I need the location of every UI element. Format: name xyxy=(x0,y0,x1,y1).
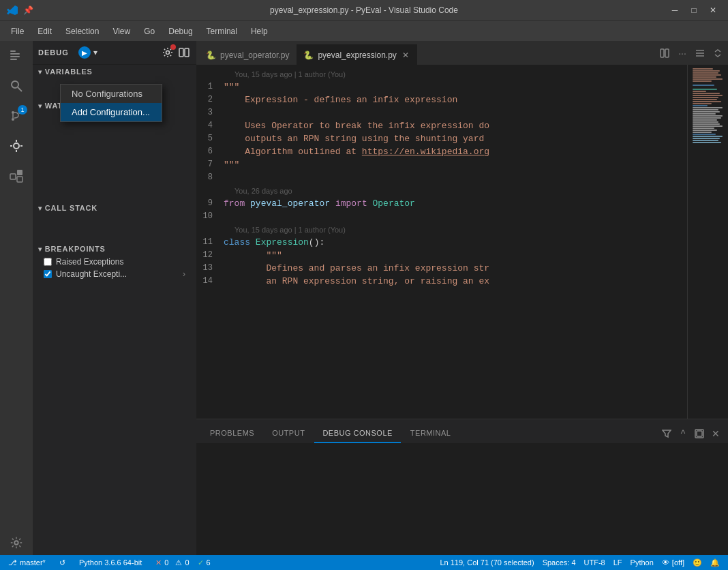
activity-extensions[interactable] xyxy=(7,166,26,185)
panel-tab-debug-console[interactable]: DEBUG CONSOLE xyxy=(314,424,400,443)
minimap xyxy=(687,65,728,419)
code-line-4: 4 Uses Operator to break the infix expre… xyxy=(196,119,687,132)
panel-tab-bar: PROBLEMS OUTPUT DEBUG CONSOLE TERMINAL xyxy=(196,419,728,443)
python-label: Python 3.6.6 64-bit xyxy=(79,558,142,567)
variables-header[interactable]: ▾ VARIABLES xyxy=(33,65,196,78)
language-text: Python xyxy=(631,558,654,567)
collapse-btn[interactable] xyxy=(710,46,725,61)
line-content-4: Uses Operator to break the infix express… xyxy=(224,119,687,132)
dropdown-add-config[interactable]: Add Configuration... xyxy=(61,103,162,121)
tab-operator-icon: 🐍 xyxy=(206,50,216,60)
watch-chevron: ▾ xyxy=(38,102,42,110)
error-icon: ✕ xyxy=(155,558,162,567)
editor-area: 🐍 pyeval_operator.py 🐍 pyeval_expression… xyxy=(196,41,728,555)
breakpoints-header[interactable]: ▾ BREAKPOINTS xyxy=(33,242,196,256)
code-line-3: 3 xyxy=(196,106,687,119)
callstack-header[interactable]: ▾ CALL STACK xyxy=(33,201,196,215)
status-sync[interactable]: ↺ xyxy=(57,555,68,570)
panel-collapse-btn[interactable]: ^ xyxy=(676,427,690,440)
tab-bar-actions: ··· xyxy=(657,46,725,65)
eye-icon: 👁 xyxy=(662,558,669,567)
status-language[interactable]: Python xyxy=(628,558,656,567)
code-line-1: 1 """ xyxy=(196,80,687,93)
status-branch[interactable]: ⎇ master* xyxy=(5,555,48,570)
status-errors[interactable]: ✕ 0 ⚠ 0 ✓ 6 xyxy=(153,555,213,570)
status-position[interactable]: Ln 119, Col 71 (70 selected) xyxy=(437,558,536,567)
split-editor-tab-btn[interactable] xyxy=(657,46,672,61)
menu-file[interactable]: File xyxy=(5,24,29,39)
debug-icons xyxy=(161,46,191,59)
bell-icon: 🔔 xyxy=(710,558,720,567)
status-spaces[interactable]: Spaces: 4 xyxy=(540,558,579,567)
panel-content xyxy=(196,443,728,555)
uncaught-exceptions-checkbox[interactable] xyxy=(44,270,52,278)
variables-label: VARIABLES xyxy=(45,68,93,76)
breakpoints-section: ▾ BREAKPOINTS Raised Exceptions Uncaught… xyxy=(33,242,196,280)
line-num-4: 4 xyxy=(196,119,224,132)
code-editor[interactable]: You, 15 days ago | 1 author (You) 1 """ … xyxy=(196,65,687,419)
panel-tab-terminal[interactable]: TERMINAL xyxy=(402,424,459,443)
gear-button[interactable] xyxy=(161,46,175,59)
raised-exceptions-label: Raised Exceptions xyxy=(56,257,123,267)
dropdown-arrow[interactable]: ▾ xyxy=(93,48,97,57)
menu-view[interactable]: View xyxy=(107,24,136,39)
menu-help[interactable]: Help xyxy=(245,24,273,39)
variables-chevron: ▾ xyxy=(38,68,42,76)
line-content-5: outputs an RPN string using the shunting… xyxy=(224,132,687,145)
svg-rect-21 xyxy=(185,48,189,57)
svg-rect-17 xyxy=(17,170,22,175)
code-line-7: 7 """ xyxy=(196,158,687,171)
status-python[interactable]: Python 3.6.6 64-bit xyxy=(76,555,145,570)
line-num-8: 8 xyxy=(196,171,224,184)
panel-close-btn[interactable]: ✕ xyxy=(709,427,723,440)
raised-exceptions-checkbox[interactable] xyxy=(44,258,52,266)
sync-icon: ↺ xyxy=(59,558,65,567)
status-face[interactable]: 🙂 xyxy=(690,558,705,567)
tab-operator[interactable]: 🐍 pyeval_operator.py xyxy=(199,44,296,65)
status-eye[interactable]: 👁 [off] xyxy=(659,558,687,567)
blame-line-3: You, 15 days ago | 1 author (You) xyxy=(196,223,687,236)
panel-tab-output[interactable]: OUTPUT xyxy=(264,424,313,443)
svg-rect-23 xyxy=(665,49,669,57)
activity-git[interactable]: 1 xyxy=(7,106,26,125)
uncaught-exceptions-label: Uncaught Excepti... xyxy=(56,269,127,279)
link-wikipedia: https://en.wikipedia.org xyxy=(362,147,489,157)
split-editor-button[interactable] xyxy=(177,46,191,59)
maximize-button[interactable]: □ xyxy=(686,4,702,16)
menu-go[interactable]: Go xyxy=(138,24,160,39)
breakpoint-uncaught: Uncaught Excepti... › xyxy=(33,268,196,280)
panel-filter-btn[interactable] xyxy=(660,427,673,440)
line-content-7: """ xyxy=(224,158,687,171)
activity-search[interactable] xyxy=(7,76,26,95)
activity-explorer[interactable] xyxy=(7,46,26,65)
dropdown-no-config[interactable]: No Configurations xyxy=(61,85,162,103)
line-num-3: 3 xyxy=(196,106,224,119)
code-line-5: 5 outputs an RPN string using the shunti… xyxy=(196,132,687,145)
close-button[interactable]: ✕ xyxy=(705,4,721,16)
menu-terminal[interactable]: Terminal xyxy=(201,24,243,39)
branch-name: master* xyxy=(20,558,46,567)
tab-close-button[interactable]: ✕ xyxy=(401,49,410,61)
breadcrumb-btn[interactable] xyxy=(693,46,708,61)
menu-selection[interactable]: Selection xyxy=(60,24,104,39)
line-num-13: 13 xyxy=(196,262,224,275)
line-num-5: 5 xyxy=(196,132,224,145)
face-icon: 🙂 xyxy=(693,558,702,567)
status-bell[interactable]: 🔔 xyxy=(708,558,723,567)
code-line-14: 14 an RPN expression string, or raising … xyxy=(196,275,687,288)
menu-debug[interactable]: Debug xyxy=(163,24,198,39)
line-num-1: 1 xyxy=(196,80,224,93)
menu-edit[interactable]: Edit xyxy=(32,24,57,39)
svg-point-10 xyxy=(14,143,19,149)
activity-debug[interactable] xyxy=(7,136,26,155)
panel-maximize-btn[interactable] xyxy=(693,427,706,440)
activity-settings[interactable] xyxy=(7,536,26,555)
panel-tab-problems[interactable]: PROBLEMS xyxy=(202,424,262,443)
more-tabs-btn[interactable]: ··· xyxy=(675,46,690,61)
tab-expression[interactable]: 🐍 pyeval_expression.py ✕ xyxy=(297,44,416,65)
run-button[interactable]: ▶ xyxy=(78,46,91,59)
status-line-ending[interactable]: LF xyxy=(611,558,625,567)
status-encoding[interactable]: UTF-8 xyxy=(581,558,608,567)
minimize-button[interactable]: ─ xyxy=(667,4,683,16)
line-num-9: 9 xyxy=(196,197,224,210)
